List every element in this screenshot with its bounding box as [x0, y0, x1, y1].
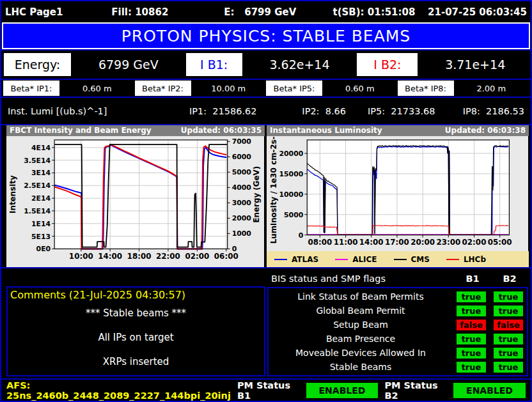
svg-text:4000: 4000 [232, 183, 252, 192]
svg-text:Intensity: Intensity [8, 175, 17, 213]
bis-row-label: Moveable Devices Allowed In [269, 348, 453, 358]
beam-energy-readout: E: 6799 GeV [200, 6, 320, 18]
bis-b2-badge: false [494, 320, 523, 330]
bis-row-5: Stable Beamstruetrue [269, 362, 527, 373]
bis-row-label: Link Status of Beam Permits [269, 291, 453, 302]
comments-panel: Comments (21-Jul-2025 04:30:57) *** Stab… [6, 286, 265, 376]
instantaneous-luminosity-chart: 08:0011:0014:0017:0020:0023:0002:0005:00… [267, 136, 528, 251]
legend-item-lhcb: LHCb [446, 255, 486, 264]
svg-text:2000: 2000 [232, 214, 252, 222]
svg-text:11:00: 11:00 [334, 238, 358, 247]
bis-b1-badge: true [457, 305, 486, 316]
bis-row-label: Beam Presence [269, 334, 453, 344]
energy-row-value-1: 3.62e+14 [247, 53, 353, 76]
inst-lumi-ip8: IP8: 2186.53 [435, 106, 525, 116]
energy-row-label-0: Energy: [4, 53, 71, 76]
bis-row-3: Beam Presencetruetrue [269, 334, 527, 344]
svg-text:05:00: 05:00 [488, 238, 512, 247]
legend-label: ATLAS [292, 255, 318, 264]
bis-b2-badge: true [494, 348, 523, 359]
charts-row: FBCT Intensity and Beam Energy Updated: … [1, 124, 531, 268]
time-in-stable-beams: t(SB): 01:51:08 [320, 6, 428, 18]
beta-star-row: Beta* IP1:0.60 mBeta* IP2:10.00 mBeta* I… [1, 79, 531, 98]
lumi-chart-titlebar: Instantaneous Luminosity Updated: 06:03:… [267, 125, 529, 136]
energy-intensity-row: Energy:6799 GeVI B1:3.62e+14I B2:3.71e+1… [1, 49, 531, 79]
comment-line-0: *** Stable beams *** [86, 307, 186, 319]
comments-title: Comments (21-Jul-2025 04:30:57) [10, 289, 262, 301]
inst-lumi-ip5: IP5: 21733.68 [346, 106, 435, 116]
inst-lumi-ip1: IP1: 21586.62 [168, 106, 257, 116]
fbct-intensity-energy-chart: 10:0014:0018:0022:0002:0006:000E05E131E1… [6, 136, 264, 267]
legend-swatch-atlas [274, 259, 287, 260]
bis-b2-badge: true [494, 362, 523, 373]
lumi-chart-legend: ATLASALICECMSLHCb [267, 251, 529, 267]
footer-bar: AFS: 25ns_2460b_2448_2089_2227_144bpi_20… [1, 378, 531, 401]
svg-text:3.5E14: 3.5E14 [24, 156, 51, 164]
svg-text:14:00: 14:00 [359, 238, 384, 247]
bis-b2-badge: true [494, 305, 523, 316]
legend-item-atlas: ATLAS [274, 255, 318, 264]
bis-status-panel: BIS status and SMP flags B1 B2 Link Stat… [267, 270, 528, 376]
bis-b1-badge: true [457, 291, 486, 302]
svg-text:22:00: 22:00 [156, 252, 180, 261]
top-status-bar: LHC Page1 Fill: 10862 E: 6799 GeV t(SB):… [1, 1, 531, 22]
legend-item-alice: ALICE [335, 255, 377, 264]
bis-title-row: BIS status and SMP flags B1 B2 [267, 270, 528, 287]
svg-text:0: 0 [232, 245, 237, 253]
energy-row-label-1: I B1: [186, 53, 242, 76]
beta-star-label: Beta* IP2: [135, 81, 191, 96]
bis-b2-badge: true [494, 334, 523, 344]
pm-status-b1-badge: ENABLED [306, 383, 379, 398]
svg-text:08:00: 08:00 [308, 238, 332, 247]
bis-title: BIS status and SMP flags [271, 274, 454, 284]
svg-text:10:00: 10:00 [69, 252, 93, 261]
legend-item-cms: CMS [394, 255, 430, 264]
svg-text:10000: 10000 [279, 190, 303, 199]
svg-text:5E13: 5E13 [31, 232, 51, 240]
bis-row-2: Setup Beamfalsefalse [269, 320, 527, 330]
afs-filling-scheme: AFS: 25ns_2460b_2448_2089_2227_144bpi_20… [6, 380, 231, 401]
legend-swatch-lhcb [446, 259, 459, 260]
svg-text:20000: 20000 [279, 150, 303, 158]
beta-star-label: Beta* IP5: [266, 81, 322, 96]
svg-text:Luminosity / 1e30 cm-2s-1: Luminosity / 1e30 cm-2s-1 [269, 136, 278, 244]
legend-label: CMS [411, 255, 430, 264]
beta-star-label: Beta* IP8: [398, 81, 454, 96]
beta-star-group-1: Beta* IP1:0.60 m [3, 81, 135, 96]
bis-row-4: Moveable Devices Allowed Intruetrue [269, 348, 527, 359]
pm-status-b2-badge: ENABLED [453, 383, 526, 398]
fill-number: Fill: 10862 [80, 6, 200, 18]
legend-swatch-cms [394, 259, 407, 260]
svg-text:4E14: 4E14 [31, 144, 51, 152]
svg-text:5000: 5000 [284, 211, 304, 219]
bis-b1-badge: true [457, 362, 486, 373]
bis-row-0: Link Status of Beam Permitstruetrue [269, 291, 527, 302]
beta-star-value: 0.60 m [59, 84, 135, 93]
legend-label: ALICE [352, 255, 377, 264]
svg-text:14:00: 14:00 [98, 252, 122, 261]
bis-row-label: Setup Beam [269, 320, 453, 330]
beta-star-group-3: Beta* IP5:0.60 m [266, 81, 398, 96]
lumi-chart-panel: Instantaneous Luminosity Updated: 06:03:… [267, 125, 529, 267]
inst-lumi-title: Inst. Lumi [(ub.s)^-1] [8, 106, 168, 116]
bottom-section: Comments (21-Jul-2025 04:30:57) *** Stab… [1, 268, 531, 378]
beta-star-value: 2.00 m [454, 84, 529, 93]
beta-star-value: 0.60 m [322, 84, 398, 93]
svg-text:3E14: 3E14 [31, 169, 51, 177]
svg-text:6000: 6000 [232, 153, 252, 161]
legend-swatch-alice [335, 259, 348, 260]
lumi-chart-title: Instantaneous Luminosity [270, 126, 382, 135]
svg-text:0E0: 0E0 [36, 245, 51, 253]
svg-text:5000: 5000 [232, 168, 252, 176]
svg-text:1E14: 1E14 [31, 220, 51, 228]
bis-row-label: Global Beam Permit [269, 305, 453, 316]
legend-label: LHCb [464, 255, 486, 264]
pm-status-b2-label: PM Status B2 [384, 380, 447, 401]
bis-col-b1: B1 [454, 274, 491, 284]
lumi-chart-updated: Updated: 06:03:38 [445, 126, 526, 135]
svg-text:1000: 1000 [232, 229, 252, 238]
beta-star-value: 10.00 m [191, 84, 267, 93]
energy-row-value-2: 3.71e+14 [422, 53, 528, 76]
bis-col-b2: B2 [491, 274, 528, 284]
svg-text:23:00: 23:00 [436, 238, 460, 247]
